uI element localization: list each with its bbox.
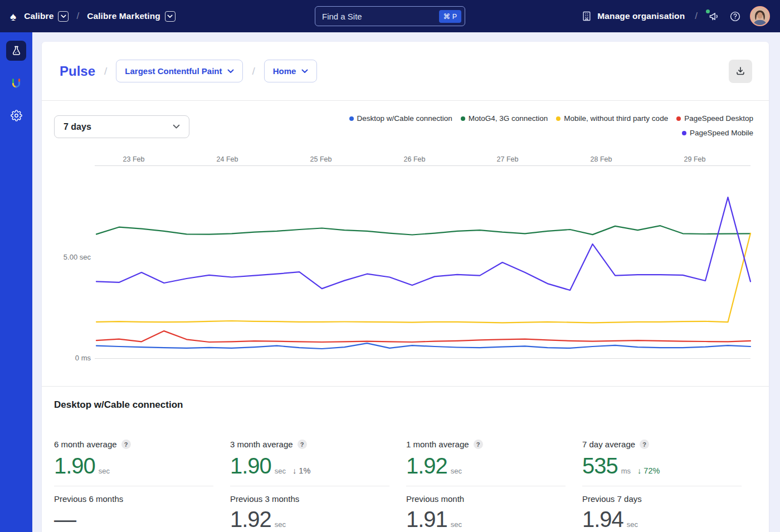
x-tick-label: 27 Feb — [485, 155, 530, 163]
download-icon — [734, 65, 747, 77]
manage-organisation-label: Manage organisation — [597, 11, 685, 21]
find-site-search[interactable]: ⌘ P — [315, 6, 465, 26]
main-panel: Pulse / Largest Contentful Paint / Home … — [42, 42, 769, 532]
series-line — [96, 226, 750, 235]
page-dropdown-button[interactable]: Home — [264, 60, 318, 82]
chart-section: 7 days Desktop w/Cable connection MotoG4… — [42, 101, 769, 387]
separator: / — [695, 11, 698, 22]
download-button[interactable] — [729, 60, 752, 83]
line-chart-plot[interactable] — [95, 165, 752, 359]
legend-item-desktop-cable[interactable]: Desktop w/Cable connection — [349, 114, 452, 123]
stat-label: 3 month average — [230, 440, 293, 449]
stat-divider — [230, 486, 389, 486]
calibre-logo-spade-icon[interactable]: ♠ — [10, 11, 16, 22]
breadcrumb-separator: / — [76, 11, 79, 22]
stat-label: 7 day average — [582, 440, 635, 449]
stat-card-6-month: 6 month average ? 1.90 sec Previous 6 mo… — [54, 440, 213, 532]
series-line — [96, 233, 750, 323]
stat-card-1-month: 1 month average ? 1.92 sec Previous mont… — [406, 440, 566, 532]
date-range-select[interactable]: 7 days — [54, 115, 189, 138]
keyboard-shortcut-badge: ⌘ P — [439, 10, 461, 23]
site-switcher[interactable]: Calibre Marketing — [87, 11, 176, 22]
chevron-down-icon — [165, 11, 176, 22]
legend-item-pagespeed-desktop[interactable]: PageSpeed Desktop — [676, 114, 753, 123]
panel-header: Pulse / Largest Contentful Paint / Home — [42, 42, 769, 101]
help-icon[interactable] — [729, 10, 741, 22]
metric-dropdown-label: Largest Contentful Paint — [125, 66, 222, 76]
stat-divider — [406, 486, 566, 486]
stat-delta: ↓ 72% — [637, 466, 660, 475]
chevron-down-icon — [58, 11, 69, 22]
previous-unit: sec — [451, 520, 462, 529]
previous-label: Previous month — [406, 494, 566, 504]
stat-unit: sec — [275, 467, 286, 475]
site-name: Calibre Marketing — [87, 11, 160, 21]
help-badge-icon[interactable]: ? — [298, 440, 307, 449]
chevron-down-icon — [301, 69, 308, 74]
previous-unit: sec — [627, 520, 638, 529]
stat-delta: ↓ 1% — [292, 466, 310, 475]
help-badge-icon[interactable]: ? — [474, 440, 483, 449]
metric-dropdown-button[interactable]: Largest Contentful Paint — [116, 60, 243, 82]
manage-organisation-link[interactable]: Manage organisation — [581, 10, 685, 22]
stat-card-7-day: 7 day average ? 535 ms ↓ 72% Previous 7 … — [582, 440, 742, 532]
megaphone-icon[interactable] — [708, 10, 720, 22]
legend-item-mobile-no-third-party[interactable]: Mobile, without third party code — [556, 114, 668, 123]
legend-label: PageSpeed Desktop — [684, 114, 753, 123]
breadcrumb-separator: / — [104, 65, 107, 77]
x-tick-label: 24 Feb — [205, 155, 250, 163]
stat-divider — [582, 486, 742, 486]
stat-value: 1.90 — [54, 453, 95, 479]
sidebar-item-site-favicon-icon[interactable] — [6, 73, 26, 93]
avatar[interactable] — [750, 6, 770, 26]
stat-value: 1.90 — [230, 453, 271, 479]
stat-unit: sec — [451, 467, 462, 475]
stats-heading: Desktop w/Cable connection — [54, 399, 753, 411]
previous-value: 1.91 — [406, 507, 447, 532]
y-tick-label-bottom: 0 ms — [52, 354, 91, 362]
stat-label: 6 month average — [54, 440, 117, 449]
previous-label: Previous 6 months — [54, 494, 213, 504]
series-line — [96, 331, 750, 342]
y-tick-label-top: 5.00 sec — [52, 253, 91, 261]
top-navbar: ♠ Calibre / Calibre Marketing ⌘ P Manage… — [0, 0, 780, 32]
previous-label: Previous 3 months — [230, 494, 389, 504]
page-dropdown-label: Home — [273, 66, 296, 76]
legend-item-motog4-3g[interactable]: MotoG4, 3G connection — [461, 114, 548, 123]
legend-dot — [349, 116, 354, 121]
chevron-down-icon — [173, 124, 180, 129]
legend-dot — [461, 116, 465, 121]
help-badge-icon[interactable]: ? — [640, 440, 649, 449]
chart-legend: Desktop w/Cable connection MotoG4, 3G co… — [313, 114, 753, 137]
stat-value: 535 — [582, 453, 618, 479]
page-title: Pulse — [60, 64, 95, 79]
breadcrumb-separator: / — [252, 65, 255, 77]
previous-value: — — [54, 507, 76, 532]
chevron-down-icon — [227, 69, 234, 74]
building-icon — [581, 10, 593, 22]
notification-dot — [706, 9, 710, 13]
legend-label: PageSpeed Mobile — [690, 129, 753, 137]
sidebar-item-settings-gear-icon[interactable] — [6, 105, 26, 125]
stat-unit: ms — [621, 467, 631, 475]
x-tick-label: 23 Feb — [111, 155, 156, 163]
x-tick-label: 25 Feb — [299, 155, 343, 163]
previous-value: 1.94 — [582, 507, 623, 532]
organisation-switcher[interactable]: Calibre — [24, 11, 69, 22]
previous-unit: sec — [275, 520, 286, 529]
legend-dot — [682, 131, 686, 135]
stat-unit: sec — [99, 467, 110, 475]
legend-item-pagespeed-mobile[interactable]: PageSpeed Mobile — [682, 129, 753, 137]
stats-section: Desktop w/Cable connection 6 month avera… — [42, 387, 769, 532]
stat-card-3-month: 3 month average ? 1.90 sec ↓ 1% Previous… — [230, 440, 389, 532]
x-tick-label: 28 Feb — [579, 155, 623, 163]
x-tick-label: 29 Feb — [672, 155, 717, 163]
legend-label: MotoG4, 3G connection — [469, 114, 548, 123]
sidebar-item-pulse-flask-icon[interactable] — [6, 41, 26, 61]
stat-divider — [54, 486, 213, 486]
stat-label: 1 month average — [406, 440, 469, 449]
legend-label: Mobile, without third party code — [564, 114, 668, 123]
search-input[interactable] — [322, 12, 439, 21]
help-badge-icon[interactable]: ? — [121, 440, 131, 449]
previous-label: Previous 7 days — [582, 494, 742, 504]
